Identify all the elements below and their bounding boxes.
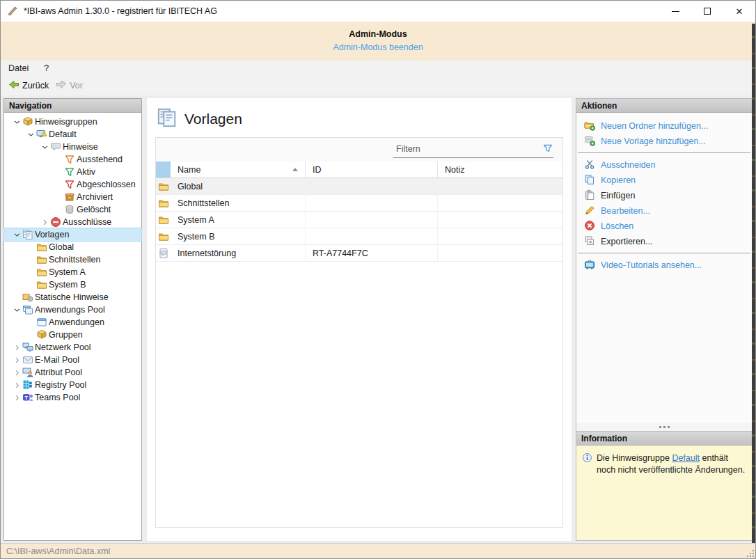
chevron-down-icon[interactable] <box>11 306 22 314</box>
menubar: Datei? <box>1 61 755 76</box>
nav-item-netzwerk-pool[interactable]: Netzwerk Pool <box>4 341 141 354</box>
action-l-schen[interactable]: Löschen <box>576 219 752 234</box>
nav-item-statische-hinweise[interactable]: Statische Hinweise <box>4 291 141 304</box>
nav-item-registry-pool[interactable]: Registry Pool <box>4 379 141 391</box>
cell-notiz <box>438 228 562 244</box>
nav-item-label: Registry Pool <box>35 380 86 390</box>
cell-name: System A <box>171 212 306 228</box>
nav-item-label: Teams Pool <box>35 393 80 402</box>
action-bearbeiten[interactable]: Bearbeiten... <box>576 203 752 219</box>
back-button[interactable]: Zurück <box>5 78 52 94</box>
nav-item-vorlagen[interactable]: Vorlagen <box>4 228 141 241</box>
action-label: Bearbeiten... <box>601 206 650 216</box>
nav-item-anwendungen[interactable]: Anwendungen <box>4 316 141 329</box>
close-button[interactable]: ✕ <box>723 1 755 22</box>
minimize-icon <box>672 11 679 12</box>
nav-item-aktiv[interactable]: Aktiv <box>4 166 141 178</box>
resize-grip[interactable] <box>746 549 754 557</box>
table-row-system-a[interactable]: System A <box>156 212 562 228</box>
menu-item-[interactable]: ? <box>36 62 56 74</box>
menu-item-datei[interactable]: Datei <box>1 62 36 74</box>
window-title: *IBI-aws Admin 1.30.0 - registriert für … <box>24 6 659 16</box>
table-row-internetst-rung[interactable]: InternetstörungRT-A7744F7C <box>156 245 562 262</box>
folder-icon <box>156 198 171 209</box>
table-row-global[interactable]: Global <box>156 178 562 195</box>
admin-mode-exit-link[interactable]: Admin-Modus beenden <box>1 42 755 52</box>
funnel-red-icon <box>64 179 77 190</box>
nav-item-gruppen[interactable]: Gruppen <box>4 329 141 341</box>
action-neue-vorlage-hinzuf-gen[interactable]: Neue Vorlage hinzufügen... <box>576 134 752 149</box>
chevron-down-icon[interactable] <box>39 143 50 151</box>
action-label: Video-Tutorials ansehen... <box>601 260 702 270</box>
action-neuen-ordner-hinzuf-gen[interactable]: Neuen Ordner hinzufügen... <box>576 118 752 134</box>
maximize-button[interactable] <box>691 1 723 22</box>
scissors-icon <box>584 159 595 172</box>
navigation-tree: HinweisgruppenDefaultHinweiseAusstehendA… <box>4 113 141 404</box>
nav-item-label: E-Mail Pool <box>35 355 79 365</box>
table-row-system-b[interactable]: System B <box>156 228 562 245</box>
table-row-schnittstellen[interactable]: Schnittstellen <box>156 195 562 212</box>
folder-icon <box>36 254 49 265</box>
nav-item-system-b[interactable]: System B <box>4 278 141 291</box>
folder-icon <box>36 242 49 253</box>
nav-item-e-mail-pool[interactable]: E-Mail Pool <box>4 354 141 366</box>
table-header-row: Name ID Notiz <box>156 162 562 178</box>
action-label: Einfügen <box>601 191 635 200</box>
action-video-tutorials-ansehen[interactable]: Video-Tutorials ansehen... <box>576 258 752 273</box>
nav-item-gel-scht[interactable]: Gelöscht <box>4 203 141 216</box>
nav-item-hinweisgruppen[interactable]: Hinweisgruppen <box>4 116 141 128</box>
nav-item-label: Abgeschlossen <box>77 180 136 189</box>
column-header-name[interactable]: Name <box>171 162 306 178</box>
chevron-right-icon[interactable] <box>39 219 50 226</box>
chevron-right-icon[interactable] <box>11 344 22 352</box>
chevron-right-icon[interactable] <box>11 381 22 389</box>
chevron-down-icon[interactable] <box>25 131 36 139</box>
cube-icon <box>36 329 49 340</box>
admin-mode-title: Admin-Modus <box>1 29 755 39</box>
column-header-notiz[interactable]: Notiz <box>438 162 562 178</box>
nav-item-system-a[interactable]: System A <box>4 266 141 278</box>
titlebar: *IBI-aws Admin 1.30.0 - registriert für … <box>1 1 755 22</box>
workspace: Navigation HinweisgruppenDefaultHinweise… <box>1 95 755 543</box>
folder-icon <box>36 267 49 278</box>
admin-mode-banner: Admin-Modus Admin-Modus beenden <box>1 22 755 61</box>
chevron-down-icon[interactable] <box>11 118 22 126</box>
cell-id <box>306 212 438 228</box>
column-header-notiz-label: Notiz <box>445 165 464 175</box>
nav-item-schnittstellen[interactable]: Schnittstellen <box>4 253 141 266</box>
filter-input[interactable] <box>393 144 542 154</box>
nav-item-hinweise[interactable]: Hinweise <box>4 141 141 153</box>
nav-item-archiviert[interactable]: Archiviert <box>4 191 141 203</box>
template-doc-icon <box>156 248 171 259</box>
navigation-header: Navigation <box>4 99 141 113</box>
background-window-sliver <box>752 24 755 543</box>
column-header-id[interactable]: ID <box>306 162 438 178</box>
chevron-right-icon[interactable] <box>11 394 22 402</box>
filter-funnel-icon[interactable] <box>542 143 553 156</box>
nav-item-anwendungs-pool[interactable]: Anwendungs Pool <box>4 304 141 316</box>
page-title: Vorlagen <box>147 98 572 130</box>
attribut-icon <box>22 367 35 378</box>
app-icon <box>7 6 18 17</box>
action-kopieren[interactable]: Kopieren <box>576 173 752 188</box>
cell-name: System B <box>171 228 306 244</box>
chevron-right-icon[interactable] <box>11 356 22 364</box>
nav-item-default[interactable]: Default <box>4 128 141 141</box>
chevron-right-icon[interactable] <box>11 369 22 377</box>
nav-item-label: Anwendungen <box>49 317 104 327</box>
action-ausschneiden[interactable]: Ausschneiden <box>576 157 752 173</box>
nav-item-ausschl-sse[interactable]: Ausschlüsse <box>4 216 141 228</box>
filter-box <box>393 141 553 158</box>
nav-item-teams-pool[interactable]: TTeams Pool <box>4 391 141 404</box>
information-panel: Information Die Hinweisgruppe Default en… <box>576 431 753 541</box>
nav-item-attribut-pool[interactable]: Attribut Pool <box>4 366 141 379</box>
nav-item-abgeschlossen[interactable]: Abgeschlossen <box>4 178 141 191</box>
default-group-link[interactable]: Default <box>672 453 700 463</box>
chevron-down-icon[interactable] <box>11 231 22 239</box>
folder-icon <box>36 279 49 290</box>
nav-item-global[interactable]: Global <box>4 241 141 253</box>
table-select-all-cell[interactable] <box>156 162 171 178</box>
minimize-button[interactable] <box>659 1 691 22</box>
nav-item-ausstehend[interactable]: Ausstehend <box>4 153 141 166</box>
panel-splitter[interactable] <box>576 423 753 431</box>
